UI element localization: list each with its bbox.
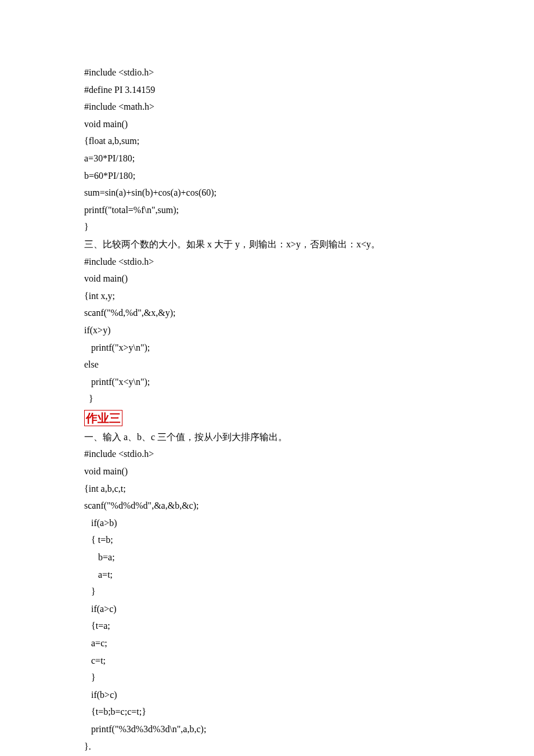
code-line: {float a,b,sum; [84,132,450,150]
problem-text: 三、比较两个数的大小。如果 x 大于 y，则输出：x>y，否则输出：x<y。 [84,236,450,253]
code-line: scanf("%d%d%d",&a,&b,&c); [84,497,450,514]
code-line: }. [84,738,450,755]
code-line: else [84,356,450,373]
code-line: } [84,669,450,686]
code-line: #include <stdio.h> [84,445,450,463]
code-line: printf("x<y\n"); [84,373,450,391]
code-line: c=t; [84,652,450,669]
code-line: #include <stdio.h> [84,64,450,81]
code-line: if(x>y) [84,322,450,339]
code-line: {int a,b,c,t; [84,480,450,498]
code-line: } [84,583,450,600]
code-line: a=30*PI/180; [84,150,450,167]
code-line: void main() [84,116,450,133]
code-block-1: #include <stdio.h> #define PI 3.14159 #i… [84,64,450,408]
code-line: printf("total=%f\n",sum); [84,201,450,219]
code-line: } [84,390,450,408]
code-line: a=c; [84,635,450,652]
code-line: {int x,y; [84,287,450,305]
code-line: b=a; [84,549,450,566]
section-heading-container: 作业三 [84,408,450,429]
code-line: printf("x>y\n"); [84,339,450,357]
code-line: a=t; [84,566,450,584]
section-heading: 作业三 [84,410,122,426]
problem-text: 一、输入 a、b、c 三个值，按从小到大排序输出。 [84,429,450,446]
code-line: } [84,218,450,236]
code-line: #include <stdio.h> [84,253,450,271]
code-line: b=60*PI/180; [84,167,450,185]
code-line: void main() [84,463,450,480]
code-line: scanf("%d,%d",&x,&y); [84,304,450,322]
code-block-2: 一、输入 a、b、c 三个值，按从小到大排序输出。 #include <stdi… [84,429,450,756]
document-page: #include <stdio.h> #define PI 3.14159 #i… [0,0,534,756]
code-line: {t=a; [84,617,450,635]
code-line: printf("%3d%3d%3d\n",a,b,c); [84,721,450,738]
code-line: if(a>c) [84,600,450,618]
code-line: if(b>c) [84,686,450,704]
code-line: {t=b;b=c;c=t;} [84,703,450,721]
code-line: void main() [84,270,450,287]
code-line: #define PI 3.14159 [84,81,450,99]
code-line: { t=b; [84,531,450,549]
code-line: #include <math.h> [84,98,450,116]
code-line: if(a>b) [84,514,450,532]
code-line: sum=sin(a)+sin(b)+cos(a)+cos(60); [84,184,450,201]
